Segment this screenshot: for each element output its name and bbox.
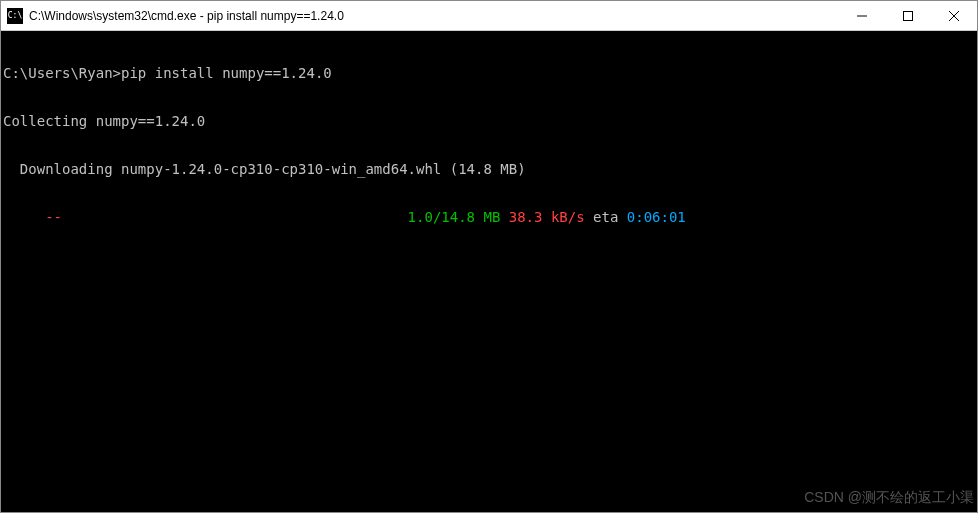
progress-spacing bbox=[62, 209, 408, 225]
minimize-button[interactable] bbox=[839, 1, 885, 30]
progress-line: -- 1.0/14.8 MB 38.3 kB/s eta 0:06:01 bbox=[3, 209, 977, 225]
command-text: pip install numpy==1.24.0 bbox=[121, 65, 332, 81]
progress-mb: 1.0/14.8 MB bbox=[408, 209, 501, 225]
terminal-output[interactable]: C:\Users\Ryan>pip install numpy==1.24.0 … bbox=[1, 31, 977, 512]
titlebar[interactable]: C:\ C:\Windows\system32\cmd.exe - pip in… bbox=[1, 1, 977, 31]
prompt: C:\Users\Ryan> bbox=[3, 65, 121, 81]
minimize-icon bbox=[857, 11, 867, 21]
progress-eta: 0:06:01 bbox=[627, 209, 686, 225]
eta-label: eta bbox=[593, 209, 618, 225]
output-line: Downloading numpy-1.24.0-cp310-cp310-win… bbox=[3, 161, 977, 177]
cmd-icon: C:\ bbox=[7, 8, 23, 24]
prompt-line: C:\Users\Ryan>pip install numpy==1.24.0 bbox=[3, 65, 977, 81]
window-controls bbox=[839, 1, 977, 30]
progress-speed: 38.3 kB/s bbox=[509, 209, 585, 225]
close-button[interactable] bbox=[931, 1, 977, 30]
window-title: C:\Windows\system32\cmd.exe - pip instal… bbox=[29, 9, 839, 23]
progress-bar-chars: -- bbox=[3, 209, 62, 225]
output-line: Collecting numpy==1.24.0 bbox=[3, 113, 977, 129]
cmd-window: C:\ C:\Windows\system32\cmd.exe - pip in… bbox=[0, 0, 978, 513]
maximize-icon bbox=[903, 11, 913, 21]
maximize-button[interactable] bbox=[885, 1, 931, 30]
svg-rect-1 bbox=[904, 11, 913, 20]
close-icon bbox=[949, 11, 959, 21]
